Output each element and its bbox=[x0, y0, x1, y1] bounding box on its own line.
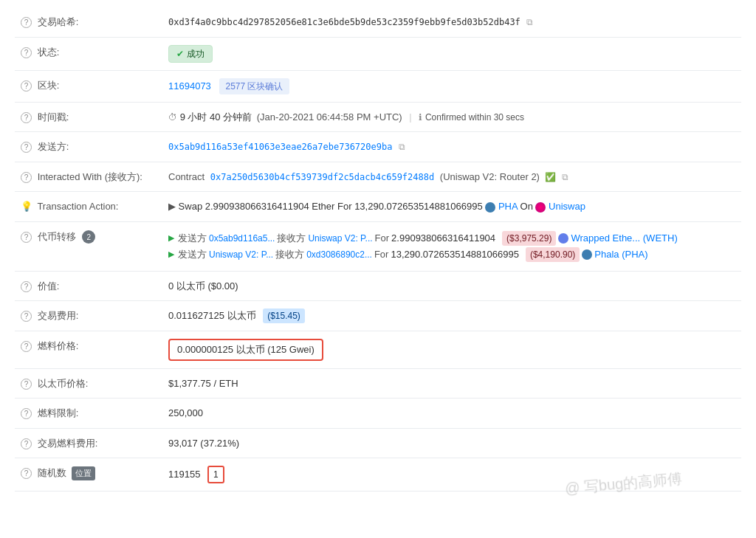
copy-interacted-icon[interactable]: ⧉ bbox=[562, 172, 568, 182]
tx-hash-label: ? 交易哈希: bbox=[15, 7, 162, 37]
nonce-position-value: 1 bbox=[207, 466, 224, 483]
eth-price-label: ? 以太币价格: bbox=[15, 368, 162, 399]
help-icon-time[interactable]: ? bbox=[21, 112, 32, 123]
transfer1-usd: ($3,975.29) bbox=[502, 231, 556, 246]
value-text: 0 以太币 ($0.00) bbox=[168, 280, 238, 292]
status-badge: 成功 bbox=[168, 45, 213, 63]
time-label: ? 时间戳: bbox=[15, 102, 162, 132]
transfer2-to-label: 接收方 bbox=[275, 247, 304, 262]
help-icon-interacted[interactable]: ? bbox=[21, 172, 32, 183]
time-ago: 9 小时 40 分钟前 bbox=[180, 111, 252, 123]
action-label: 💡 Transaction Action: bbox=[15, 192, 162, 222]
help-icon-gasused[interactable]: ? bbox=[21, 438, 32, 449]
copy-from-icon[interactable]: ⧉ bbox=[399, 142, 405, 152]
value-row: 0 以太币 ($0.00) bbox=[162, 271, 741, 301]
nonce-row: 119155 1 bbox=[162, 458, 741, 492]
interacted-row: Contract 0x7a250d5630b4cf539739df2c5dacb… bbox=[162, 162, 741, 192]
block-label: ? 区块: bbox=[15, 70, 162, 102]
tx-hash-value: 0xd3f4a0c9bbc4d297852056e81c3e6bde5b9de5… bbox=[168, 17, 520, 27]
nonce-label: ? 随机数 位置 bbox=[15, 458, 162, 492]
eth-price-row: $1,377.75 / ETH bbox=[162, 368, 741, 399]
transfer2-from-label: 发送方 bbox=[178, 247, 207, 262]
transfer2-to-addr[interactable]: 0xd3086890c2... bbox=[306, 248, 372, 261]
interacted-name: (Uniswap V2: Router 2) bbox=[440, 171, 540, 182]
token-transfer-count: 2 bbox=[82, 230, 95, 244]
time-row: ⏱ 9 小时 40 分钟前 (Jan-20-2021 06:44:58 PM +… bbox=[162, 102, 741, 132]
status-row: 成功 bbox=[162, 37, 741, 70]
transfer2-from-addr[interactable]: Uniswap V2: P... bbox=[209, 248, 273, 261]
confirmed-text: Confirmed within 30 secs bbox=[425, 112, 524, 123]
pha-token-link[interactable]: PHA bbox=[498, 201, 518, 212]
help-icon-token[interactable]: ? bbox=[21, 232, 32, 243]
help-icon-txhash[interactable]: ? bbox=[21, 17, 32, 28]
fee-usd: ($15.45) bbox=[263, 308, 305, 323]
value-label: ? 价值: bbox=[15, 271, 162, 301]
from-label: ? 发送方: bbox=[15, 132, 162, 162]
arrow-icon-2: ▶ bbox=[168, 248, 174, 261]
transfer2-usd: ($4,190.90) bbox=[526, 247, 580, 262]
arrow-icon-1: ▶ bbox=[168, 232, 174, 244]
fee-label: ? 交易费用: bbox=[15, 301, 162, 331]
transfer2-token-link[interactable]: Phala (PHA) bbox=[594, 247, 647, 262]
gas-used-row: 93,017 (37.21%) bbox=[162, 428, 741, 458]
copy-txhash-icon[interactable]: ⧉ bbox=[526, 17, 533, 27]
block-row: 11694073 2577 区块确认 bbox=[162, 70, 741, 102]
help-icon-status[interactable]: ? bbox=[21, 47, 32, 58]
tx-hash-row: 0xd3f4a0c9bbc4d297852056e81c3e6bde5b9de5… bbox=[162, 7, 741, 37]
token-transfer-row: ▶ 发送方 0x5ab9d116a5... 接收方 Uniswap V2: P.… bbox=[162, 221, 741, 271]
transfer1-to-label: 接收方 bbox=[277, 231, 306, 246]
interacted-label: ? Interacted With (接收方): bbox=[15, 162, 162, 192]
fee-row: 0.011627125 以太币 ($15.45) bbox=[162, 301, 741, 331]
help-icon-from[interactable]: ? bbox=[21, 142, 32, 153]
pha-token-icon bbox=[485, 202, 495, 213]
block-number-link[interactable]: 11694073 bbox=[168, 80, 211, 92]
nonce-value: 119155 bbox=[168, 469, 200, 480]
status-label: ? 状态: bbox=[15, 37, 162, 70]
from-address-link[interactable]: 0x5ab9d116a53ef41063e3eae26a7ebe736720e9… bbox=[168, 142, 392, 152]
action-row: ▶ Swap 2.990938066316411904 Ether For 13… bbox=[162, 192, 741, 222]
time-date: (Jan-20-2021 06:44:58 PM +UTC) bbox=[257, 111, 402, 123]
from-row: 0x5ab9d116a53ef41063e3eae26a7ebe736720e9… bbox=[162, 132, 741, 162]
transfer2-amount: 13,290.072653514881066995 bbox=[391, 247, 519, 262]
interacted-prefix: Contract bbox=[168, 171, 205, 182]
gas-price-label: ? 燃料价格: bbox=[15, 331, 162, 369]
gas-used-value: 93,017 (37.21%) bbox=[168, 438, 239, 449]
gas-limit-label: ? 燃料限制: bbox=[15, 399, 162, 429]
help-icon-gaslimit[interactable]: ? bbox=[21, 408, 32, 419]
uniswap-link[interactable]: Uniswap bbox=[549, 201, 585, 212]
gas-price-value: 0.000000125 以太币 (125 Gwei) bbox=[168, 339, 323, 361]
transfer1-from-addr[interactable]: 0x5ab9d116a5... bbox=[209, 232, 275, 245]
pha-icon-2 bbox=[582, 249, 592, 260]
transfer1-to-addr[interactable]: Uniswap V2: P... bbox=[308, 232, 372, 245]
interacted-address-link[interactable]: 0x7a250d5630b4cf539739df2c5dacb4c659f248… bbox=[210, 172, 434, 182]
help-icon-gasprice[interactable]: ? bbox=[21, 341, 32, 352]
eth-price-value: $1,377.75 / ETH bbox=[168, 378, 238, 389]
gas-limit-value: 250,000 bbox=[168, 407, 203, 418]
action-text: ▶ Swap 2.990938066316411904 Ether For 13… bbox=[168, 201, 585, 212]
verified-icon: ✅ bbox=[545, 172, 556, 182]
help-icon-block[interactable]: ? bbox=[21, 80, 32, 92]
swap-arrow: ▶ bbox=[168, 201, 176, 212]
transfer2-for: For bbox=[374, 247, 389, 262]
help-icon-nonce[interactable]: ? bbox=[21, 468, 32, 479]
separator: | bbox=[409, 111, 411, 123]
fee-text: 0.011627125 以太币 bbox=[168, 310, 256, 321]
transfer-row-2: ▶ 发送方 Uniswap V2: P... 接收方 0xd3086890c2.… bbox=[168, 247, 735, 262]
gas-used-label: ? 交易燃料费用: bbox=[15, 428, 162, 458]
weth-icon bbox=[558, 233, 568, 244]
token-transfer-label: ? 代币转移 2 bbox=[15, 221, 162, 271]
transfer1-from-label: 发送方 bbox=[178, 231, 207, 246]
transfer1-amount: 2.990938066316411904 bbox=[391, 231, 495, 246]
uniswap-icon bbox=[535, 202, 546, 213]
transfer1-token-link[interactable]: Wrapped Ethe... (WETH) bbox=[571, 231, 677, 246]
help-icon-fee[interactable]: ? bbox=[21, 311, 32, 322]
position-badge: 位置 bbox=[72, 466, 95, 480]
transfer-row-1: ▶ 发送方 0x5ab9d116a5... 接收方 Uniswap V2: P.… bbox=[168, 231, 735, 246]
confirm-icon: ℹ bbox=[419, 112, 422, 123]
help-icon-ethprice[interactable]: ? bbox=[21, 379, 32, 390]
gas-price-row: 0.000000125 以太币 (125 Gwei) bbox=[162, 331, 741, 369]
help-icon-value[interactable]: ? bbox=[21, 281, 32, 292]
gas-limit-row: 250,000 bbox=[162, 399, 741, 429]
block-confirmations: 2577 区块确认 bbox=[219, 78, 289, 94]
lightning-icon: 💡 bbox=[21, 201, 32, 212]
